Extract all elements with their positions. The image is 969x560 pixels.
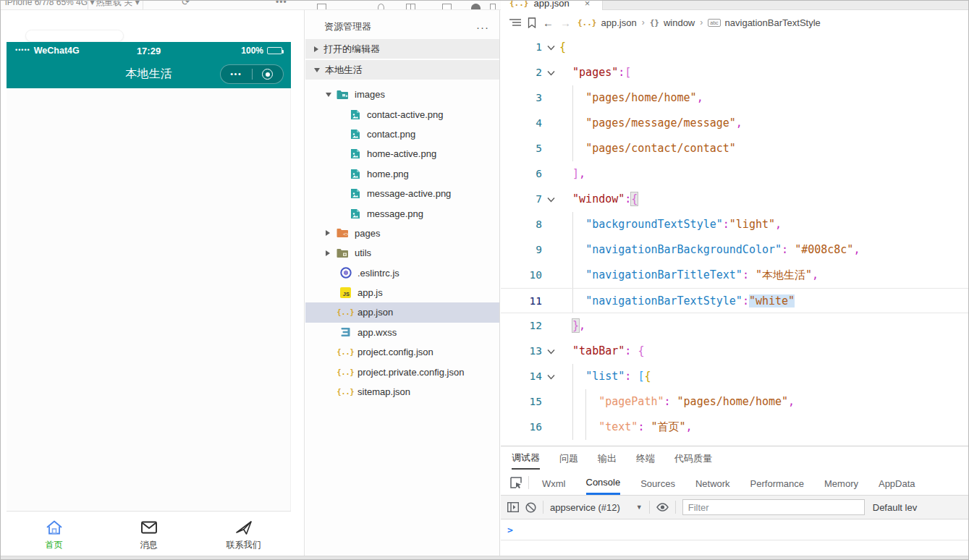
tree-item-project-private-config-json[interactable]: {..}project.private.config.json	[305, 362, 499, 381]
tree-item-message-active-png[interactable]: message-active.png	[305, 184, 499, 203]
tab-close-icon[interactable]: ×	[585, 1, 591, 10]
toolbar-icon-fragment[interactable]: ⌒	[349, 1, 359, 8]
fold-chevron-icon[interactable]	[545, 35, 557, 60]
status-bar: 17:29 ••••• WeChat4G 100%	[7, 42, 291, 59]
capsule-button[interactable]: •••	[220, 64, 284, 84]
toolbar-icon-fragment[interactable]	[442, 4, 452, 10]
device-selector[interactable]: iPhone 6/7/8 65% 4G ▾	[5, 1, 94, 8]
clear-console-icon[interactable]	[525, 502, 536, 513]
code-line-12[interactable]: 12 },	[501, 313, 969, 339]
console-prompt[interactable]: >	[507, 525, 513, 535]
execution-context-dropdown[interactable]: appservice (#12) ▼	[550, 502, 643, 513]
breadcrumb-item-app.json[interactable]: {..}app.json	[577, 17, 637, 28]
chevron-down-icon[interactable]	[314, 68, 320, 72]
devtools-tab-wxml[interactable]: Wxml	[542, 472, 566, 494]
editor-tab-appjson[interactable]: {..} app.json ×	[501, 1, 603, 10]
breadcrumb-item-navigationbartextstyle[interactable]: abcnavigationBarTextStyle	[708, 17, 821, 28]
divider	[88, 1, 88, 9]
debugger-tab-调试器[interactable]: 调试器	[512, 447, 540, 470]
fold-chevron-icon[interactable]	[545, 60, 557, 85]
debugger-tab-代码质量[interactable]: 代码质量	[674, 448, 712, 469]
debugger-tab-终端[interactable]: 终端	[636, 448, 655, 469]
code-line-8[interactable]: 8 "backgroundTextStyle":"light",	[501, 212, 969, 237]
json-icon: {..}	[339, 346, 352, 358]
toolbar-icon-fragment[interactable]	[378, 4, 384, 10]
hot-reload-toggle[interactable]: 热重载 关 ▾	[96, 1, 140, 8]
code-text: "navigationBarTextStyle":"white"	[559, 289, 795, 314]
toolbar-icon-fragment[interactable]	[490, 4, 496, 10]
tree-item-contact-active-png[interactable]: contact-active.png	[305, 104, 499, 124]
tabbar-item-home[interactable]: 首页	[7, 512, 101, 557]
code-line-6[interactable]: 6 ],	[501, 161, 969, 187]
toolbar-icon-fragment[interactable]	[317, 4, 326, 10]
code-line-10[interactable]: 10 "navigationBarTitleText": "本地生活",	[501, 263, 969, 288]
chevron-right-icon[interactable]	[314, 46, 318, 52]
bookmark-icon[interactable]	[528, 17, 536, 28]
tree-item-contact-png[interactable]: contact.png	[305, 124, 499, 144]
tabbar-item-message[interactable]: 消息	[101, 512, 196, 557]
explorer-more-icon[interactable]: ···	[476, 21, 489, 33]
devtools-tab-console[interactable]: Console	[586, 470, 621, 495]
code-text: "navigationBarBackgroundColor": "#008c8c…	[559, 237, 860, 263]
file-label: sitemap.json	[305, 386, 410, 397]
devtools-tab-network[interactable]: Network	[695, 472, 730, 494]
code-line-4[interactable]: 4 "pages/message/message",	[501, 111, 969, 136]
toolbar-icon-fragment[interactable]	[406, 4, 415, 10]
code-line-3[interactable]: 3 "pages/home/home",	[501, 85, 969, 111]
tree-item-app-wxss[interactable]: app.wxss	[305, 323, 499, 342]
tree-item-app-json[interactable]: {..}app.json	[305, 302, 499, 322]
tree-item-app-js[interactable]: JSapp.js	[305, 283, 499, 302]
refresh-icon[interactable]: ⟳	[182, 1, 190, 8]
fold-chevron-icon[interactable]	[545, 364, 557, 389]
tree-item-project-config-json[interactable]: {..}project.config.json	[305, 342, 499, 362]
toolbar-icon-fragment[interactable]	[471, 4, 481, 10]
eye-icon[interactable]	[656, 503, 669, 512]
context-label: appservice (#12)	[550, 502, 620, 513]
code-line-7[interactable]: 7 "window":{	[501, 187, 969, 212]
devtools-tab-sources[interactable]: Sources	[640, 472, 675, 494]
code-line-13[interactable]: 13 "tabBar": {	[501, 339, 969, 364]
code-line-15[interactable]: 15 "pagePath": "pages/home/home",	[501, 389, 969, 415]
back-icon[interactable]: ←	[543, 17, 554, 29]
log-level-dropdown[interactable]: Default lev	[873, 502, 917, 513]
breadcrumb-item-window[interactable]: {}window	[650, 17, 695, 28]
devtools-tab-memory[interactable]: Memory	[824, 472, 858, 494]
tabbar-item-contact[interactable]: 联系我们	[196, 512, 291, 557]
explorer-section-open-editors[interactable]: 打开的编辑器	[305, 39, 499, 59]
chevron-right-icon[interactable]	[326, 230, 330, 236]
devtools-tab-performance[interactable]: Performance	[750, 472, 804, 494]
code-line-11[interactable]: 11 "navigationBarTextStyle":"white"	[501, 288, 969, 313]
code-area[interactable]: 1{2 "pages":[3 "pages/home/home",4 "page…	[501, 35, 969, 446]
tree-item-images[interactable]: images	[305, 85, 499, 104]
debugger-tab-输出[interactable]: 输出	[598, 448, 617, 469]
tree-item-home-png[interactable]: home.png	[305, 164, 499, 184]
menu-dots-icon[interactable]: •••	[221, 70, 252, 78]
tree-item-message-png[interactable]: message.png	[305, 203, 499, 223]
code-line-1[interactable]: 1{	[501, 35, 969, 60]
code-line-5[interactable]: 5 "pages/contact/contact"	[501, 136, 969, 161]
outline-list-icon[interactable]	[509, 18, 521, 27]
console-filter-input[interactable]	[682, 499, 865, 515]
chevron-down-icon[interactable]	[326, 93, 331, 97]
more-icon[interactable]: •••	[276, 1, 287, 8]
tree-item-home-active-png[interactable]: home-active.png	[305, 144, 499, 164]
code-line-14[interactable]: 14 "list": [{	[501, 364, 969, 389]
fold-chevron-icon[interactable]	[545, 339, 557, 364]
expand-sidebar-icon[interactable]	[507, 502, 519, 512]
tree-item--eslintrc-js[interactable]: .eslintrc.js	[305, 263, 499, 283]
code-line-9[interactable]: 9 "navigationBarBackgroundColor": "#008c…	[501, 237, 969, 263]
devtools-tab-appdata[interactable]: AppData	[879, 472, 915, 494]
code-line-2[interactable]: 2 "pages":[	[501, 60, 969, 85]
explorer-section-project-root[interactable]: 本地生活	[305, 60, 499, 80]
chevron-right-icon[interactable]	[326, 250, 330, 256]
tree-item-sitemap-json[interactable]: {..}sitemap.json	[305, 382, 499, 402]
line-number: 9	[501, 237, 542, 263]
debugger-tab-问题[interactable]: 问题	[559, 448, 578, 469]
code-line-16[interactable]: 16 "text": "首页",	[501, 415, 969, 440]
inspect-element-icon[interactable]	[507, 474, 525, 491]
forward-icon[interactable]: →	[560, 17, 571, 29]
close-record-icon[interactable]	[253, 69, 284, 80]
fold-chevron-icon[interactable]	[545, 187, 557, 212]
tree-item-utils[interactable]: utils	[305, 243, 499, 263]
tree-item-pages[interactable]: <>pages	[305, 224, 499, 243]
